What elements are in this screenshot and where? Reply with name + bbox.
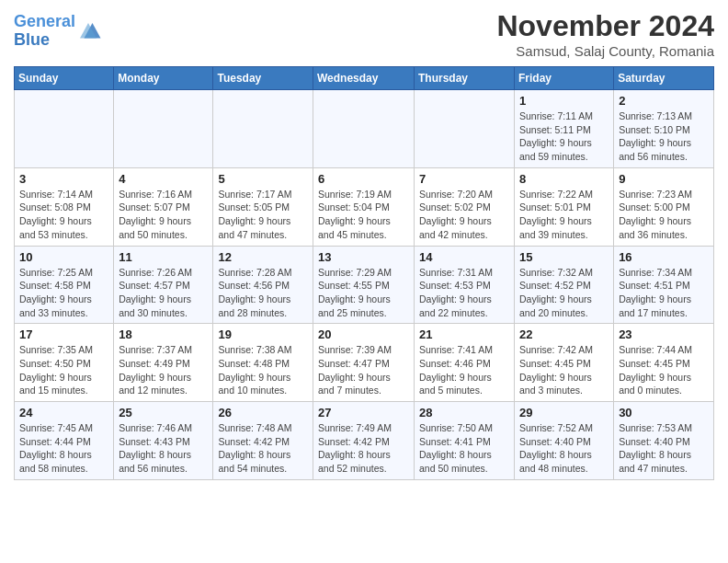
day-info: Sunrise: 7:29 AMSunset: 4:55 PMDaylight:… — [318, 266, 409, 320]
header-wednesday: Wednesday — [313, 67, 415, 90]
calendar-cell: 21Sunrise: 7:41 AMSunset: 4:46 PMDayligh… — [415, 324, 515, 402]
day-number: 16 — [619, 250, 709, 264]
calendar-cell — [415, 90, 515, 168]
day-info: Sunrise: 7:13 AMSunset: 5:10 PMDaylight:… — [619, 109, 709, 164]
day-info: Sunrise: 7:23 AMSunset: 5:00 PMDaylight:… — [619, 188, 709, 242]
month-title: November 2024 — [496, 9, 714, 43]
calendar: Sunday Monday Tuesday Wednesday Thursday… — [14, 66, 714, 480]
day-number: 11 — [119, 250, 208, 264]
day-number: 28 — [419, 406, 509, 419]
day-number: 1 — [519, 94, 609, 108]
calendar-cell: 14Sunrise: 7:31 AMSunset: 4:53 PMDayligh… — [415, 246, 515, 324]
logo-icon — [77, 17, 105, 45]
calendar-cell: 29Sunrise: 7:52 AMSunset: 4:40 PMDayligh… — [515, 402, 614, 480]
day-info: Sunrise: 7:11 AMSunset: 5:11 PMDaylight:… — [519, 109, 609, 164]
calendar-cell: 19Sunrise: 7:38 AMSunset: 4:48 PMDayligh… — [213, 324, 313, 402]
day-info: Sunrise: 7:28 AMSunset: 4:56 PMDaylight:… — [218, 266, 308, 320]
day-info: Sunrise: 7:31 AMSunset: 4:53 PMDaylight:… — [419, 266, 509, 320]
day-info: Sunrise: 7:49 AMSunset: 4:42 PMDaylight:… — [318, 421, 409, 476]
calendar-cell: 10Sunrise: 7:25 AMSunset: 4:58 PMDayligh… — [15, 246, 114, 324]
week-row-2: 3Sunrise: 7:14 AMSunset: 5:08 PMDaylight… — [15, 167, 714, 246]
calendar-cell — [313, 90, 415, 168]
day-info: Sunrise: 7:45 AMSunset: 4:44 PMDaylight:… — [19, 421, 108, 476]
logo: General Blue — [14, 13, 105, 50]
day-number: 9 — [619, 172, 709, 186]
calendar-cell: 2Sunrise: 7:13 AMSunset: 5:10 PMDaylight… — [614, 90, 714, 168]
day-number: 18 — [119, 327, 208, 341]
day-number: 19 — [218, 327, 308, 341]
header-thursday: Thursday — [415, 67, 515, 90]
day-number: 24 — [19, 406, 108, 419]
day-info: Sunrise: 7:26 AMSunset: 4:57 PMDaylight:… — [119, 266, 208, 320]
calendar-cell: 30Sunrise: 7:53 AMSunset: 4:40 PMDayligh… — [614, 402, 714, 480]
day-number: 30 — [619, 406, 709, 419]
day-number: 22 — [519, 327, 609, 341]
day-info: Sunrise: 7:37 AMSunset: 4:49 PMDaylight:… — [119, 343, 208, 397]
day-number: 7 — [419, 172, 509, 186]
day-info: Sunrise: 7:42 AMSunset: 4:45 PMDaylight:… — [519, 343, 609, 397]
day-info: Sunrise: 7:32 AMSunset: 4:52 PMDaylight:… — [519, 266, 609, 320]
day-number: 17 — [19, 327, 108, 341]
day-info: Sunrise: 7:20 AMSunset: 5:02 PMDaylight:… — [419, 188, 509, 242]
calendar-header: Sunday Monday Tuesday Wednesday Thursday… — [15, 67, 714, 90]
calendar-cell: 5Sunrise: 7:17 AMSunset: 5:05 PMDaylight… — [213, 167, 313, 246]
calendar-cell — [15, 90, 114, 168]
header-saturday: Saturday — [614, 67, 714, 90]
day-number: 6 — [318, 172, 409, 186]
day-number: 20 — [318, 327, 409, 341]
calendar-cell: 9Sunrise: 7:23 AMSunset: 5:00 PMDaylight… — [614, 167, 714, 246]
calendar-cell: 1Sunrise: 7:11 AMSunset: 5:11 PMDaylight… — [515, 90, 614, 168]
calendar-cell: 6Sunrise: 7:19 AMSunset: 5:04 PMDaylight… — [313, 167, 415, 246]
day-info: Sunrise: 7:35 AMSunset: 4:50 PMDaylight:… — [19, 343, 108, 397]
day-info: Sunrise: 7:50 AMSunset: 4:41 PMDaylight:… — [419, 421, 509, 476]
calendar-cell: 18Sunrise: 7:37 AMSunset: 4:49 PMDayligh… — [114, 324, 213, 402]
week-row-1: 1Sunrise: 7:11 AMSunset: 5:11 PMDaylight… — [15, 90, 714, 168]
day-number: 21 — [419, 327, 509, 341]
calendar-cell: 17Sunrise: 7:35 AMSunset: 4:50 PMDayligh… — [15, 324, 114, 402]
calendar-cell: 15Sunrise: 7:32 AMSunset: 4:52 PMDayligh… — [515, 246, 614, 324]
day-number: 25 — [119, 406, 208, 419]
calendar-cell: 20Sunrise: 7:39 AMSunset: 4:47 PMDayligh… — [313, 324, 415, 402]
calendar-cell: 22Sunrise: 7:42 AMSunset: 4:45 PMDayligh… — [515, 324, 614, 402]
day-info: Sunrise: 7:38 AMSunset: 4:48 PMDaylight:… — [218, 343, 308, 397]
calendar-cell: 25Sunrise: 7:46 AMSunset: 4:43 PMDayligh… — [114, 402, 213, 480]
day-number: 27 — [318, 406, 409, 419]
week-row-5: 24Sunrise: 7:45 AMSunset: 4:44 PMDayligh… — [15, 402, 714, 480]
calendar-cell — [213, 90, 313, 168]
day-number: 15 — [519, 250, 609, 264]
calendar-cell: 23Sunrise: 7:44 AMSunset: 4:45 PMDayligh… — [614, 324, 714, 402]
day-number: 3 — [19, 172, 108, 186]
calendar-cell — [114, 90, 213, 168]
location: Samsud, Salaj County, Romania — [496, 43, 714, 59]
calendar-cell: 4Sunrise: 7:16 AMSunset: 5:07 PMDaylight… — [114, 167, 213, 246]
logo-blue: Blue — [14, 30, 50, 49]
day-number: 14 — [419, 250, 509, 264]
calendar-cell: 11Sunrise: 7:26 AMSunset: 4:57 PMDayligh… — [114, 246, 213, 324]
day-info: Sunrise: 7:48 AMSunset: 4:42 PMDaylight:… — [218, 421, 308, 476]
day-info: Sunrise: 7:46 AMSunset: 4:43 PMDaylight:… — [119, 421, 208, 476]
day-info: Sunrise: 7:22 AMSunset: 5:01 PMDaylight:… — [519, 188, 609, 242]
week-row-3: 10Sunrise: 7:25 AMSunset: 4:58 PMDayligh… — [15, 246, 714, 324]
day-info: Sunrise: 7:44 AMSunset: 4:45 PMDaylight:… — [619, 343, 709, 397]
title-section: November 2024 Samsud, Salaj County, Roma… — [496, 9, 714, 59]
week-row-4: 17Sunrise: 7:35 AMSunset: 4:50 PMDayligh… — [15, 324, 714, 402]
weekday-row: Sunday Monday Tuesday Wednesday Thursday… — [15, 67, 714, 90]
header-tuesday: Tuesday — [213, 67, 313, 90]
calendar-cell: 28Sunrise: 7:50 AMSunset: 4:41 PMDayligh… — [415, 402, 515, 480]
calendar-cell: 13Sunrise: 7:29 AMSunset: 4:55 PMDayligh… — [313, 246, 415, 324]
day-number: 13 — [318, 250, 409, 264]
day-info: Sunrise: 7:41 AMSunset: 4:46 PMDaylight:… — [419, 343, 509, 397]
day-number: 10 — [19, 250, 108, 264]
calendar-cell: 7Sunrise: 7:20 AMSunset: 5:02 PMDaylight… — [415, 167, 515, 246]
page-container: General Blue November 2024 Samsud, Salaj… — [0, 0, 728, 489]
day-number: 23 — [619, 327, 709, 341]
header: General Blue November 2024 Samsud, Salaj… — [14, 9, 714, 59]
calendar-cell: 8Sunrise: 7:22 AMSunset: 5:01 PMDaylight… — [515, 167, 614, 246]
calendar-cell: 27Sunrise: 7:49 AMSunset: 4:42 PMDayligh… — [313, 402, 415, 480]
calendar-cell: 16Sunrise: 7:34 AMSunset: 4:51 PMDayligh… — [614, 246, 714, 324]
day-info: Sunrise: 7:52 AMSunset: 4:40 PMDaylight:… — [519, 421, 609, 476]
day-number: 26 — [218, 406, 308, 419]
calendar-cell: 26Sunrise: 7:48 AMSunset: 4:42 PMDayligh… — [213, 402, 313, 480]
calendar-cell: 24Sunrise: 7:45 AMSunset: 4:44 PMDayligh… — [15, 402, 114, 480]
calendar-cell: 12Sunrise: 7:28 AMSunset: 4:56 PMDayligh… — [213, 246, 313, 324]
